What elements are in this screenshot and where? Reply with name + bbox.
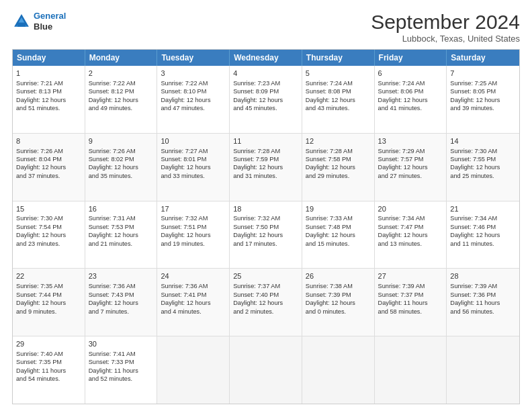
header-friday: Friday bbox=[375, 50, 447, 66]
day-12: 12 Sunrise: 7:28 AMSunset: 7:58 PMDaylig… bbox=[302, 134, 375, 201]
day-7: 7 Sunrise: 7:25 AMSunset: 8:05 PMDayligh… bbox=[447, 66, 519, 133]
day-6: 6 Sunrise: 7:24 AMSunset: 8:06 PMDayligh… bbox=[375, 66, 447, 133]
day-22: 22 Sunrise: 7:35 AMSunset: 7:44 PMDaylig… bbox=[13, 269, 85, 336]
day-empty-1 bbox=[157, 336, 230, 404]
day-1: 1 Sunrise: 7:21 AMSunset: 8:13 PMDayligh… bbox=[13, 66, 85, 133]
location: Lubbock, Texas, United States bbox=[371, 34, 520, 44]
day-8: 8 Sunrise: 7:26 AMSunset: 8:04 PMDayligh… bbox=[13, 134, 85, 201]
day-empty-5 bbox=[447, 336, 519, 404]
day-13: 13 Sunrise: 7:29 AMSunset: 7:57 PMDaylig… bbox=[375, 134, 447, 201]
day-20: 20 Sunrise: 7:34 AMSunset: 7:47 PMDaylig… bbox=[375, 201, 447, 269]
calendar-body: 1 Sunrise: 7:21 AMSunset: 8:13 PMDayligh… bbox=[13, 66, 519, 404]
header-monday: Monday bbox=[85, 50, 158, 66]
day-empty-4 bbox=[375, 336, 447, 404]
header-sunday: Sunday bbox=[13, 50, 85, 66]
day-18: 18 Sunrise: 7:32 AMSunset: 7:50 PMDaylig… bbox=[230, 201, 302, 269]
week-row-3: 15 Sunrise: 7:30 AMSunset: 7:54 PMDaylig… bbox=[13, 201, 519, 269]
day-27: 27 Sunrise: 7:39 AMSunset: 7:37 PMDaylig… bbox=[375, 269, 447, 336]
header-saturday: Saturday bbox=[447, 50, 519, 66]
day-15: 15 Sunrise: 7:30 AMSunset: 7:54 PMDaylig… bbox=[13, 201, 85, 269]
day-11: 11 Sunrise: 7:28 AMSunset: 7:59 PMDaylig… bbox=[230, 134, 302, 201]
logo: General Blue bbox=[12, 11, 66, 32]
day-2: 2 Sunrise: 7:22 AMSunset: 8:12 PMDayligh… bbox=[85, 66, 158, 133]
day-10: 10 Sunrise: 7:27 AMSunset: 8:01 PMDaylig… bbox=[157, 134, 230, 201]
day-17: 17 Sunrise: 7:32 AMSunset: 7:51 PMDaylig… bbox=[157, 201, 230, 269]
day-9: 9 Sunrise: 7:26 AMSunset: 8:02 PMDayligh… bbox=[85, 134, 158, 201]
day-29: 29 Sunrise: 7:40 AMSunset: 7:35 PMDaylig… bbox=[13, 336, 85, 404]
month-title: September 2024 bbox=[371, 11, 520, 34]
day-26: 26 Sunrise: 7:38 AMSunset: 7:39 PMDaylig… bbox=[302, 269, 375, 336]
day-3: 3 Sunrise: 7:22 AMSunset: 8:10 PMDayligh… bbox=[157, 66, 230, 133]
day-empty-3 bbox=[302, 336, 375, 404]
week-row-1: 1 Sunrise: 7:21 AMSunset: 8:13 PMDayligh… bbox=[13, 66, 519, 133]
page: General Blue September 2024 Lubbock, Tex… bbox=[0, 0, 532, 411]
header-tuesday: Tuesday bbox=[157, 50, 230, 66]
week-row-2: 8 Sunrise: 7:26 AMSunset: 8:04 PMDayligh… bbox=[13, 133, 519, 201]
calendar: Sunday Monday Tuesday Wednesday Thursday… bbox=[12, 49, 520, 404]
header-wednesday: Wednesday bbox=[230, 50, 302, 66]
logo-text: General Blue bbox=[34, 11, 66, 32]
day-24: 24 Sunrise: 7:36 AMSunset: 7:41 PMDaylig… bbox=[157, 269, 230, 336]
day-5: 5 Sunrise: 7:24 AMSunset: 8:08 PMDayligh… bbox=[302, 66, 375, 133]
calendar-header: Sunday Monday Tuesday Wednesday Thursday… bbox=[13, 50, 519, 66]
day-16: 16 Sunrise: 7:31 AMSunset: 7:53 PMDaylig… bbox=[85, 201, 158, 269]
day-19: 19 Sunrise: 7:33 AMSunset: 7:48 PMDaylig… bbox=[302, 201, 375, 269]
header-thursday: Thursday bbox=[302, 50, 375, 66]
day-23: 23 Sunrise: 7:36 AMSunset: 7:43 PMDaylig… bbox=[85, 269, 158, 336]
day-14: 14 Sunrise: 7:30 AMSunset: 7:55 PMDaylig… bbox=[447, 134, 519, 201]
day-4: 4 Sunrise: 7:23 AMSunset: 8:09 PMDayligh… bbox=[230, 66, 302, 133]
week-row-5: 29 Sunrise: 7:40 AMSunset: 7:35 PMDaylig… bbox=[13, 336, 519, 404]
logo-icon bbox=[12, 12, 31, 31]
day-30: 30 Sunrise: 7:41 AMSunset: 7:33 PMDaylig… bbox=[85, 336, 158, 404]
header: General Blue September 2024 Lubbock, Tex… bbox=[12, 11, 520, 44]
svg-rect-2 bbox=[17, 22, 26, 26]
day-21: 21 Sunrise: 7:34 AMSunset: 7:46 PMDaylig… bbox=[447, 201, 519, 269]
week-row-4: 22 Sunrise: 7:35 AMSunset: 7:44 PMDaylig… bbox=[13, 268, 519, 336]
day-25: 25 Sunrise: 7:37 AMSunset: 7:40 PMDaylig… bbox=[230, 269, 302, 336]
title-block: September 2024 Lubbock, Texas, United St… bbox=[371, 11, 520, 44]
day-empty-2 bbox=[230, 336, 302, 404]
day-28: 28 Sunrise: 7:39 AMSunset: 7:36 PMDaylig… bbox=[447, 269, 519, 336]
